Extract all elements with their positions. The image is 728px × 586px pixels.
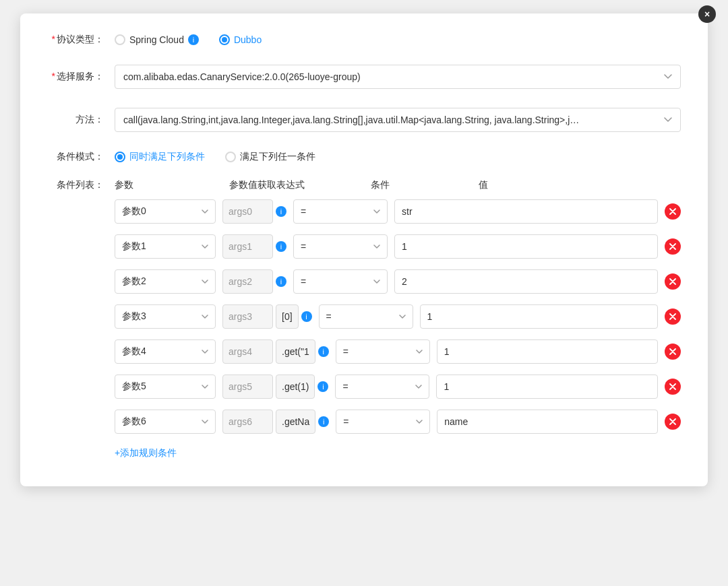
expr-input-6[interactable]: [222, 410, 273, 434]
cond-value-5: =: [342, 381, 348, 392]
col-header-value: 值: [479, 179, 681, 191]
expr-suffix-4: .get("1: [276, 339, 315, 364]
cond-chevron-icon-6: [416, 420, 423, 424]
expr-info-icon-6[interactable]: i: [318, 416, 329, 427]
method-select[interactable]: call(java.lang.String,int,java.lang.Inte…: [115, 108, 681, 132]
service-label: *选择服务：: [47, 71, 115, 83]
delete-button-1[interactable]: [665, 238, 681, 255]
expr-input-0[interactable]: [222, 199, 273, 224]
delete-button-4[interactable]: [665, 344, 681, 360]
expr-input-2[interactable]: [222, 269, 273, 294]
protocol-option-dubbo[interactable]: Dubbo: [219, 34, 262, 45]
delete-button-3[interactable]: [665, 308, 681, 325]
value-input-0[interactable]: [394, 199, 658, 224]
delete-icon-1: [669, 243, 676, 250]
param-select-2[interactable]: 参数2: [115, 269, 216, 294]
protocol-option-spring-cloud[interactable]: Spring Cloud i: [115, 34, 199, 45]
expr-field-0: i: [222, 199, 286, 224]
cond-chevron-icon-5: [415, 385, 422, 389]
expr-field-4: .get("1i: [222, 339, 329, 364]
param-chevron-icon-0: [202, 209, 208, 214]
condition-row-6: 参数6 .getNai=: [115, 410, 681, 434]
param-select-1[interactable]: 参数1: [115, 234, 216, 259]
protocol-radio-group: Spring Cloud i Dubbo: [115, 34, 262, 45]
expr-suffix-5: .get(1): [276, 375, 315, 399]
expr-input-4[interactable]: [222, 339, 273, 364]
expr-input-5[interactable]: [222, 375, 273, 399]
delete-icon-3: [669, 313, 676, 320]
spring-cloud-label: Spring Cloud: [129, 34, 184, 45]
cond-value-4: =: [343, 346, 348, 357]
col-header-expr: 参数值获取表达式: [229, 179, 371, 191]
param-select-3[interactable]: 参数3: [115, 304, 216, 329]
value-input-4[interactable]: [437, 339, 658, 364]
param-select-0[interactable]: 参数0: [115, 199, 216, 224]
param-select-4[interactable]: 参数4: [115, 339, 216, 364]
expr-info-icon-0[interactable]: i: [276, 206, 286, 217]
dubbo-radio[interactable]: [219, 34, 230, 45]
close-button[interactable]: ×: [698, 5, 716, 23]
expr-field-1: i: [222, 234, 286, 259]
cond-value-2: =: [301, 276, 306, 287]
param-value-0: 参数0: [122, 205, 146, 218]
cond-select-1[interactable]: =: [293, 234, 388, 259]
delete-icon-5: [669, 383, 676, 390]
cond-chevron-icon-4: [416, 350, 423, 354]
expr-info-icon-4[interactable]: i: [318, 346, 329, 357]
value-input-1[interactable]: [394, 234, 658, 259]
value-input-3[interactable]: [420, 304, 658, 329]
delete-button-0[interactable]: [665, 203, 681, 220]
expr-info-icon-2[interactable]: i: [276, 276, 286, 287]
cond-select-4[interactable]: =: [336, 339, 430, 364]
param-chevron-icon-5: [202, 385, 208, 389]
cond-value-3: =: [326, 311, 332, 322]
param-select-5[interactable]: 参数5: [115, 375, 216, 399]
cond-select-5[interactable]: =: [335, 375, 429, 399]
delete-button-6[interactable]: [665, 414, 681, 430]
param-chevron-icon-6: [202, 420, 208, 424]
service-chevron-icon: [664, 74, 672, 79]
condition-list-label: 条件列表：: [47, 179, 115, 191]
expr-field-3: [0]i: [222, 304, 312, 329]
expr-info-icon-5[interactable]: i: [317, 381, 328, 392]
condition-row-3: 参数3 [0]i=: [115, 304, 681, 329]
spring-cloud-info-icon[interactable]: i: [188, 34, 199, 45]
add-rule-button[interactable]: +添加规则条件: [115, 447, 681, 459]
condition-any-option[interactable]: 满足下列任一条件: [225, 151, 315, 163]
cond-select-3[interactable]: =: [319, 304, 413, 329]
cond-chevron-icon-1: [373, 245, 380, 249]
expr-info-icon-1[interactable]: i: [276, 241, 286, 252]
condition-any-radio[interactable]: [225, 152, 236, 162]
param-value-6: 参数6: [122, 416, 146, 428]
expr-info-icon-3[interactable]: i: [301, 311, 312, 322]
delete-icon-6: [669, 418, 676, 425]
cond-value-6: =: [343, 416, 348, 427]
method-chevron-icon: [664, 117, 672, 123]
value-input-5[interactable]: [436, 375, 658, 399]
condition-row-4: 参数4 .get("1i=: [115, 339, 681, 364]
value-input-2[interactable]: [394, 269, 658, 294]
cond-select-2[interactable]: =: [293, 269, 388, 294]
col-header-cond: 条件: [371, 179, 479, 191]
value-input-6[interactable]: [437, 410, 658, 434]
param-select-6[interactable]: 参数6: [115, 410, 216, 434]
expr-input-3[interactable]: [222, 304, 273, 329]
cond-value-1: =: [301, 241, 306, 252]
delete-icon-0: [669, 208, 676, 215]
spring-cloud-radio[interactable]: [115, 34, 125, 45]
delete-icon-4: [669, 348, 676, 355]
condition-all-option[interactable]: 同时满足下列条件: [115, 151, 205, 163]
service-select[interactable]: com.alibaba.edas.CanaryService:2.0.0(265…: [115, 65, 681, 89]
col-header-param: 参数: [115, 179, 229, 191]
param-chevron-icon-4: [202, 350, 208, 354]
condition-mode-row: 条件模式： 同时满足下列条件 满足下列任一条件: [47, 151, 681, 163]
cond-select-6[interactable]: =: [336, 410, 430, 434]
expr-input-1[interactable]: [222, 234, 273, 259]
condition-all-radio[interactable]: [115, 152, 125, 162]
delete-button-5[interactable]: [665, 379, 681, 395]
condition-row-0: 参数0 i=: [115, 199, 681, 224]
condition-any-label: 满足下列任一条件: [240, 151, 315, 163]
delete-button-2[interactable]: [665, 273, 681, 290]
cond-select-0[interactable]: =: [293, 199, 388, 224]
expr-suffix-6: .getNa: [276, 410, 315, 434]
